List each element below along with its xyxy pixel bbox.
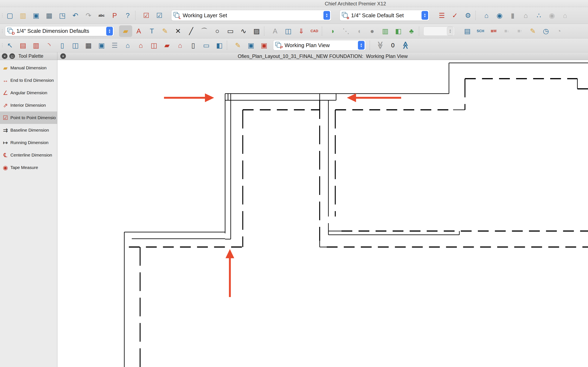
rebuild-3d-icon[interactable]: ⌂	[519, 9, 532, 21]
dimension-defaults-stepper-icon[interactable]: ▲▼	[106, 27, 113, 35]
floor-tools-icon[interactable]: ⌂	[121, 39, 134, 51]
layer-set-select[interactable]: L Working Layer Set ▲▼	[171, 10, 331, 21]
palette-item-baseline-dimension[interactable]: ⇉Baseline Dimension	[0, 124, 57, 136]
palette-item-manual-dimension[interactable]: ▰Manual Dimension	[0, 62, 57, 74]
plant-tree-icon[interactable]: ♣	[405, 25, 418, 37]
text-with-arrow-icon[interactable]: A	[132, 25, 145, 37]
draw-arc-icon[interactable]: ⌒	[198, 25, 211, 37]
terrain-feature-icon[interactable]: ◖	[353, 25, 366, 37]
sketch-annotation-icon[interactable]: ✎	[158, 25, 172, 37]
edit-notes-icon[interactable]: ✎	[526, 25, 539, 37]
slab-tool-icon[interactable]: ▭	[200, 39, 213, 51]
default-set-stepper-icon[interactable]: ▲▼	[422, 11, 428, 20]
default-settings-icon[interactable]: ☰	[435, 9, 448, 21]
draw-box-icon[interactable]: ▭	[224, 25, 237, 37]
palette-item-running-dimension[interactable]: ↦Running Dimension	[0, 136, 57, 149]
cross-marker-icon[interactable]: ✕	[172, 25, 185, 37]
palette-item-point-to-point-dimension[interactable]: ☑Point to Point Dimensio	[0, 111, 57, 124]
draw-circle-icon[interactable]: ○	[211, 25, 224, 37]
empty-stepper-icon[interactable]: ▲▼	[447, 27, 454, 35]
mouse-orbit-icon[interactable]: ▮	[506, 9, 519, 21]
open-plan-icon[interactable]: ▥	[17, 9, 29, 21]
cad-detail-icon[interactable]: CAD	[308, 25, 321, 37]
help-icon[interactable]: ?	[121, 9, 134, 21]
plan-notes-icon[interactable]: ✎	[231, 39, 244, 51]
snapshot-disabled-icon[interactable]: ◉	[545, 9, 559, 21]
terrain-hole-icon[interactable]: ●	[366, 25, 379, 37]
gable-roof-icon[interactable]: ⌂	[173, 39, 187, 51]
palette-item-interior-dimension[interactable]: ⇗Interior Dimension	[0, 99, 57, 111]
manual-dimension-tool-icon[interactable]: ▰	[119, 25, 132, 37]
camera-full-view-icon[interactable]: ⌂	[480, 9, 493, 21]
palette-float-button[interactable]: ◱	[9, 53, 15, 59]
save-plan-icon[interactable]: ▣	[29, 9, 43, 21]
palette-item-tape-measure[interactable]: ◉Tape Measure	[0, 161, 57, 174]
materials-list-icon[interactable]: ▤	[461, 25, 474, 37]
plan-canvas[interactable]	[57, 60, 588, 367]
default-set-select[interactable]: ⚙ 1/4" Scale Default Set ▲▼	[340, 10, 429, 21]
plan-view-stepper-icon[interactable]: ▲▼	[358, 41, 364, 50]
spell-check-icon[interactable]: abc	[95, 9, 108, 21]
walkthrough-icon[interactable]: ∴	[532, 9, 545, 21]
save-plan-view-icon[interactable]: ▣	[244, 39, 258, 51]
palette-item-centerline-dimension[interactable]: ℄Centerline Dimension	[0, 149, 57, 161]
schedule-tool-icon[interactable]: SCH	[474, 25, 487, 37]
select-objects-icon[interactable]: ↖	[3, 39, 17, 51]
draw-line-icon[interactable]: ╱	[185, 25, 198, 37]
export-list-disabled-icon[interactable]: ≣↓	[500, 25, 513, 37]
new-plan-icon[interactable]: ▢	[3, 9, 17, 21]
dimension-defaults-select[interactable]: D 1/4" Scale Dimension Defaults ▲▼	[5, 26, 114, 36]
print-icon[interactable]: ▦	[43, 9, 56, 21]
draw-spline-icon[interactable]: ∿	[237, 25, 250, 37]
cad-to-walls-icon[interactable]: ⇓	[295, 25, 308, 37]
deck-railing-icon[interactable]: ▥	[29, 39, 43, 51]
palette-item-end-to-end-dimension[interactable]: ↔End to End Dimension	[0, 74, 57, 87]
preferences-check-icon[interactable]: ✓	[448, 9, 461, 21]
import-list-disabled-icon[interactable]: ≣↑	[513, 25, 526, 37]
annotation-arrow-head[interactable]	[225, 249, 234, 258]
wall-tools-icon[interactable]: ▤	[17, 39, 29, 51]
take-snapshot-icon[interactable]: ◉	[493, 9, 506, 21]
plan-view-select[interactable]: P Working Plan View ▲▼	[273, 40, 366, 50]
layer-set-stepper-icon[interactable]: ▲▼	[323, 11, 330, 20]
master-list-icon[interactable]: ≣M	[487, 25, 500, 37]
display-options-icon[interactable]: ☑	[153, 9, 166, 21]
framing-house-icon[interactable]: ◫	[147, 39, 160, 51]
primitive-box-icon[interactable]: ◧	[213, 39, 226, 51]
save-plan-view-as-icon[interactable]: ▣	[258, 39, 271, 51]
redo-icon[interactable]: ↷	[82, 9, 95, 21]
fencing-tool-icon[interactable]: ▥	[379, 25, 392, 37]
page-setup-icon[interactable]: P	[108, 9, 121, 21]
stair-tools-icon[interactable]: ☰	[108, 39, 121, 51]
tab-close-button[interactable]: ✕	[60, 53, 66, 59]
column-tool-icon[interactable]: ▯	[187, 39, 200, 51]
hatch-region-icon[interactable]: ▨	[250, 25, 263, 37]
home-view-disabled-icon[interactable]: ⌂	[559, 9, 571, 21]
print-layout-icon[interactable]: ◳	[56, 9, 69, 21]
electrical-tools-icon[interactable]: ▣	[95, 39, 108, 51]
time-tracker-table-icon[interactable]: ◷	[539, 25, 553, 37]
palette-close-button[interactable]: ✕	[2, 53, 8, 59]
rich-text-icon[interactable]: T	[145, 25, 158, 37]
wall-detail-icon[interactable]: ◫	[282, 25, 295, 37]
palette-item-angular-dimension[interactable]: ∠Angular Dimension	[0, 87, 57, 99]
curved-wall-icon[interactable]: ◝	[43, 39, 56, 51]
edit-active-layers-icon[interactable]: ☑	[140, 9, 153, 21]
floor-plan-drawing[interactable]	[57, 60, 588, 367]
build-roof-icon[interactable]: ⌂	[134, 39, 147, 51]
adjust-settings-icon[interactable]: ⚙	[461, 9, 475, 21]
undo-icon[interactable]: ↶	[69, 9, 82, 21]
floor-up-button[interactable]: ≫	[401, 39, 410, 51]
annotation-arrow-head[interactable]	[347, 93, 356, 102]
terrain-path-icon[interactable]: ⋱	[339, 25, 353, 37]
floor-down-button[interactable]: ≫	[376, 39, 385, 51]
terrain-perimeter-icon[interactable]: ◗	[326, 25, 339, 37]
driveway-tool-icon[interactable]: ◧	[392, 25, 405, 37]
roof-plane-icon[interactable]: ▰	[160, 39, 173, 51]
cabinet-tools-icon[interactable]: ▦	[82, 39, 95, 51]
toolbar-empty-select[interactable]: ▲▼	[424, 26, 455, 36]
time-log-disabled-icon[interactable]: ◔	[553, 25, 566, 37]
annotation-arrow-head[interactable]	[205, 93, 214, 102]
framing-tools-icon[interactable]: A	[268, 25, 282, 37]
door-tools-icon[interactable]: ▯	[56, 39, 69, 51]
